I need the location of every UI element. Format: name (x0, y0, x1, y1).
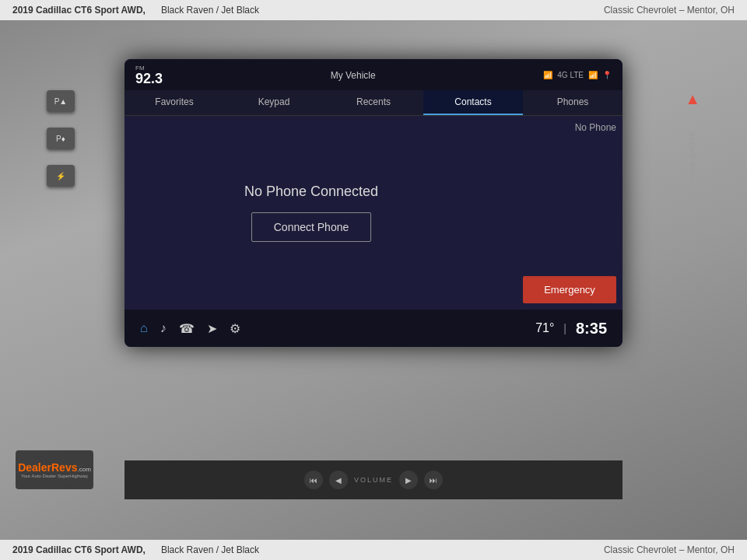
radio-frequency: 92.3 (135, 72, 163, 86)
no-phone-label: No Phone (504, 122, 616, 133)
music-nav-icon[interactable]: ♪ (160, 321, 167, 335)
phone-tabs: Favorites Keypad Recents Contacts Phones (124, 90, 622, 116)
dealerrevs-logo: DealerRevs (18, 461, 77, 474)
lte-label: 4G LTE (557, 71, 584, 79)
physical-controls: ⏮ ◀ VOLUME ▶ ⏭ (124, 460, 622, 499)
bottom-vehicle-color: Black Raven / Jet Black (161, 544, 259, 555)
top-info-bar: 2019 Cadillac CT6 Sport AWD, Black Raven… (0, 0, 747, 20)
nav-nav-icon[interactable]: ➤ (207, 321, 217, 336)
tab-keypad[interactable]: Keypad (224, 90, 324, 115)
tab-contacts[interactable]: Contacts (423, 90, 523, 115)
wifi-icon: 📶 (543, 71, 552, 79)
connect-phone-button[interactable]: Connect Phone (251, 212, 372, 242)
dealerrevs-tagline: Your Auto Dealer SuperHighway (21, 474, 88, 478)
no-phone-section: No Phone Connected Connect Phone (124, 116, 498, 310)
right-panel: No Phone Emergency (498, 116, 622, 310)
glove-box-label: GLOVE BOX (689, 131, 696, 180)
home-nav-icon[interactable]: ⌂ (140, 321, 148, 335)
control-btn-1[interactable]: P▲ (47, 90, 75, 112)
tab-phones[interactable]: Phones (523, 90, 622, 115)
next-track-button[interactable]: ⏭ (424, 471, 443, 489)
prev-track-button[interactable]: ⏮ (304, 471, 323, 489)
screen-content: FM 92.3 My Vehicle 📶 4G LTE 📶 📍 Favorite… (124, 59, 622, 347)
bottom-info-bar: 2019 Cadillac CT6 Sport AWD, Black Raven… (0, 540, 747, 560)
control-btn-2[interactable]: P♦ (47, 128, 75, 149)
dealerrevs-dotcom: .com (77, 466, 90, 473)
dealerrevs-watermark: DealerRevs .com Your Auto Dealer SuperHi… (16, 450, 93, 489)
settings-nav-icon[interactable]: ⚙ (230, 321, 240, 336)
top-vehicle-title: 2019 Cadillac CT6 Sport AWD, (12, 5, 146, 16)
vol-down-button[interactable]: ◀ (329, 471, 348, 489)
no-phone-text: No Phone Connected (244, 184, 378, 200)
signal-icon: 📶 (588, 71, 598, 79)
warning-icon: ▲ (685, 90, 700, 108)
emergency-button[interactable]: Emergency (523, 276, 616, 303)
radio-info: FM 92.3 (135, 65, 163, 86)
volume-label: VOLUME (354, 476, 393, 484)
screen-bottom-bar: ⌂ ♪ ☎ ➤ ⚙ 71° | 8:35 (124, 310, 622, 347)
header-center: My Vehicle (163, 68, 543, 82)
top-vehicle-color: Black Raven / Jet Black (161, 5, 259, 16)
my-vehicle-label: My Vehicle (331, 70, 376, 81)
screen-info: 71° | 8:35 (535, 320, 607, 338)
tab-recents[interactable]: Recents (324, 90, 423, 115)
temperature-display: 71° (535, 321, 554, 335)
location-icon: 📍 (602, 71, 612, 79)
tab-favorites[interactable]: Favorites (124, 90, 224, 115)
phone-nav-icon[interactable]: ☎ (179, 321, 195, 336)
screen-header: FM 92.3 My Vehicle 📶 4G LTE 📶 📍 (124, 59, 622, 90)
vol-up-button[interactable]: ▶ (399, 471, 418, 489)
bottom-dealership: Classic Chevrolet – Mentor, OH (604, 544, 735, 555)
header-icons: 📶 4G LTE 📶 📍 (543, 71, 612, 79)
left-controls: P▲ P♦ ⚡ (47, 90, 75, 187)
top-dealership: Classic Chevrolet – Mentor, OH (604, 5, 735, 16)
bottom-vehicle-title: 2019 Cadillac CT6 Sport AWD, (12, 544, 146, 555)
right-controls: ▲ GLOVE BOX (685, 90, 700, 180)
screen-main-content: No Phone Connected Connect Phone No Phon… (124, 116, 622, 310)
control-btn-3[interactable]: ⚡ (47, 165, 75, 187)
bottom-navigation: ⌂ ♪ ☎ ➤ ⚙ (140, 321, 240, 336)
interior-background: P▲ P♦ ⚡ FM 92.3 My Vehicle 📶 4G LTE 📶 📍 (0, 20, 747, 540)
infotainment-screen: FM 92.3 My Vehicle 📶 4G LTE 📶 📍 Favorite… (124, 59, 622, 347)
time-display: 8:35 (576, 320, 607, 338)
